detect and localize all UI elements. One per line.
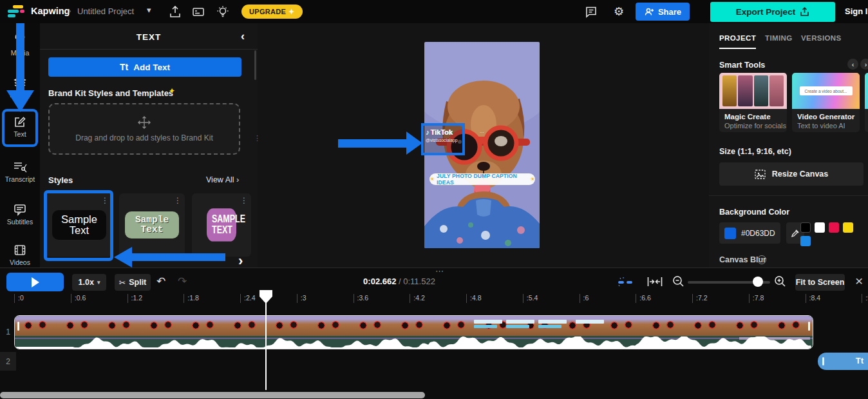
upgrade-button[interactable]: UPGRADE ✦ [241, 5, 303, 19]
caption-overlay-chip [506, 320, 534, 324]
brand-name[interactable]: Kapwing [31, 6, 70, 16]
canvas-area[interactable]: ... ♪ TikTok @vistasocialapp ☀ JULY PHOT… [258, 23, 709, 268]
caption-overlay-chip [474, 320, 502, 324]
keyboard-shortcuts-icon[interactable] [192, 6, 205, 18]
tab-timing[interactable]: TIMING [765, 34, 793, 48]
undo-icon[interactable]: ↶ [156, 275, 165, 288]
style-card-sample-2[interactable]: ⋮ Sample Text [119, 193, 185, 257]
resize-canvas-button[interactable]: Resize Canvas [719, 162, 863, 186]
smart-tools-title: Smart Tools [719, 61, 765, 70]
sidebar-item-transcript[interactable]: Transcript [0, 161, 40, 193]
chevron-down-icon[interactable]: ▾ [147, 5, 151, 15]
kebab-menu-icon[interactable]: ⋮ [101, 196, 109, 205]
dropzone-hint: Drag and drop to add styles to Brand Kit [75, 133, 212, 142]
eyedropper-icon [791, 229, 800, 238]
timeline-drag-handle[interactable]: ⋯ [435, 266, 444, 276]
sidebar-item-text[interactable]: Text [0, 115, 40, 148]
smart-trim-icon[interactable] [618, 277, 634, 288]
comments-icon[interactable] [585, 6, 598, 18]
transcript-icon [13, 161, 27, 173]
clip-trim-handle-right[interactable] [808, 322, 810, 331]
divider [709, 195, 868, 196]
zoom-slider-knob[interactable] [753, 277, 763, 287]
styles-title: Styles [48, 175, 73, 185]
lightbulb-icon[interactable] [216, 6, 229, 18]
brand-kit-dropzone[interactable]: Drag and drop to add styles to Brand Kit [48, 103, 240, 155]
playhead[interactable] [259, 290, 272, 390]
export-project-button[interactable]: Export Project [710, 2, 835, 22]
export-arrow-icon [800, 7, 809, 17]
close-timeline-icon[interactable]: × [855, 273, 863, 289]
project-title[interactable]: Untitled Project [77, 6, 134, 16]
sparkle-icon: ✦ [288, 8, 295, 16]
share-button[interactable]: Share [636, 3, 690, 21]
project-settings-panel: PROJECT TIMING VERSIONS Smart Tools ‹ › … [709, 23, 868, 268]
scissors-icon: ✂ [119, 278, 126, 287]
sun-emoji: ☀ [429, 176, 435, 182]
ruler-tick: :9 [862, 294, 868, 303]
playback-speed-button[interactable]: 1.0x ▾ [72, 274, 106, 291]
color-swatch-red[interactable] [829, 222, 839, 233]
background-hex-input[interactable]: #0D63DD [719, 222, 780, 244]
sign-in-link[interactable]: Sign In [845, 6, 868, 16]
zoom-out-icon[interactable] [672, 275, 684, 287]
speed-value: 1.0x [79, 278, 94, 287]
tab-project[interactable]: PROJECT [719, 34, 756, 49]
tiktok-watermark-highlight-box: ♪ TikTok @vistasocialapp [421, 123, 465, 155]
sidebar-item-media[interactable]: Media [0, 34, 40, 66]
style-card-sample-1[interactable]: ⋮ Sample Text [46, 193, 112, 257]
help-icon[interactable]: ? [757, 255, 766, 264]
color-swatch-black[interactable] [800, 222, 811, 233]
sidebar-item-label: Layers [10, 91, 30, 99]
current-time: 0:02.662 [363, 277, 396, 286]
caption-text-layer[interactable]: ☀ JULY PHOTO DUMP CAPTION IDEAS ☀ [429, 173, 535, 185]
tool-card-magic-create[interactable]: Magic Create Optimize for socials [719, 73, 787, 132]
export-icon[interactable] [169, 6, 182, 18]
color-swatch-yellow[interactable] [843, 222, 853, 233]
collapse-panel-icon[interactable]: ‹ [241, 30, 245, 43]
panel-scrollbar[interactable] [254, 50, 256, 80]
play-icon [32, 277, 39, 287]
clip-trim-handle-left[interactable] [822, 357, 824, 365]
fit-to-screen-button[interactable]: Fit to Screen [795, 274, 845, 291]
resize-canvas-icon [755, 170, 766, 179]
clip-trim-handle-left[interactable] [17, 322, 19, 331]
text-panel: TEXT ‹ Tt Add Text Brand Kit Styles and … [40, 23, 258, 268]
add-text-button[interactable]: Tt Add Text [48, 57, 241, 77]
kebab-menu-icon[interactable]: ⋮ [174, 196, 182, 205]
settings-gear-icon[interactable]: ⚙ [614, 5, 624, 19]
sidebar-item-subtitles[interactable]: Subtitles [0, 203, 40, 235]
clip-waveform [15, 336, 813, 349]
caption-overlay-chip [576, 320, 604, 324]
view-all-link[interactable]: View All › [206, 175, 239, 184]
smart-tools-next-button[interactable]: › [860, 59, 868, 70]
tiktok-watermark[interactable]: ♪ TikTok @vistasocialapp [426, 128, 458, 142]
video-generator-thumbnail: Create a video about... [792, 73, 860, 109]
zoom-in-icon[interactable] [774, 275, 786, 287]
kapwing-logo[interactable] [8, 5, 24, 19]
sidebar-item-label: Subtitles [7, 218, 33, 226]
kebab-menu-icon[interactable]: ⋮ [240, 196, 248, 205]
fit-clip-icon[interactable] [647, 276, 663, 287]
sparkle-icon: ✦ [169, 86, 175, 95]
style-card-sample-3[interactable]: ⋮ SAMPLE TEXT [192, 193, 251, 257]
play-button[interactable] [6, 273, 64, 291]
timeline-horizontal-scrollbar[interactable] [0, 392, 425, 398]
panel-resize-grip[interactable]: ⋮ [254, 134, 261, 142]
ruler-tick: :5.4 [523, 294, 538, 303]
split-button[interactable]: ✂ Split [115, 274, 151, 291]
track-2-label: 2 [0, 357, 16, 366]
smart-tools-prev-button[interactable]: ‹ [847, 59, 858, 70]
tool-card-partial[interactable] [865, 73, 868, 132]
color-swatch-blue[interactable] [800, 236, 811, 246]
ruler-tick: :6 [580, 294, 589, 303]
sidebar-item-layers[interactable]: Layers [0, 76, 40, 108]
text-clip[interactable]: Tt [818, 353, 868, 370]
ruler-tick: :4.2 [410, 294, 425, 303]
kapwing-editor: Kapwing › Untitled Project ▾ UPGRADE ✦ ⚙… [0, 0, 868, 399]
color-swatch-white[interactable] [815, 222, 825, 233]
tab-versions[interactable]: VERSIONS [801, 34, 842, 48]
redo-icon[interactable]: ↷ [178, 275, 187, 288]
video-clip[interactable] [14, 315, 813, 349]
tool-card-video-generator[interactable]: Create a video about... Video Generator … [792, 73, 860, 132]
